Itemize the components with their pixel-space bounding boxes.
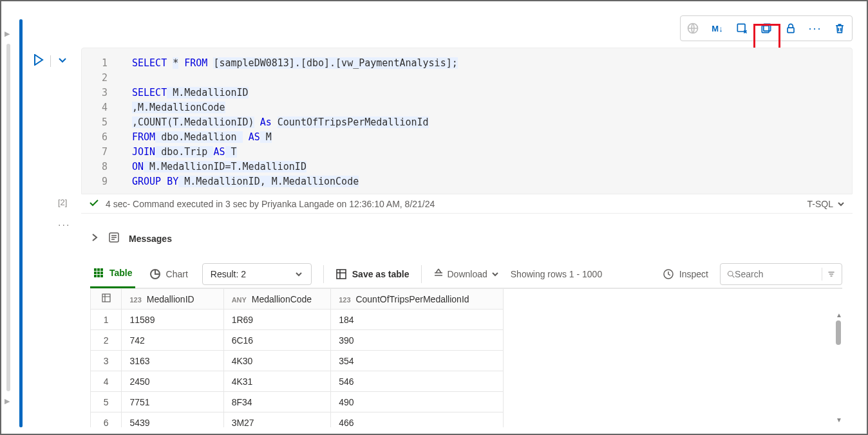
tab-table[interactable]: Table (90, 260, 135, 288)
minimap[interactable] (6, 44, 10, 391)
scroll-thumb[interactable] (836, 320, 841, 345)
language-label: T-SQL (807, 199, 833, 209)
cell[interactable]: 3M27 (223, 412, 331, 428)
cell[interactable]: 8F34 (223, 392, 331, 412)
save-as-table-label: Save as table (352, 269, 410, 279)
result-set-selector[interactable]: Result: 2 (202, 263, 312, 285)
scroll-up-icon[interactable]: ▲ (835, 311, 842, 319)
table-row[interactable]: 331634K30354 (91, 351, 504, 371)
chevron-down-icon (491, 270, 499, 278)
save-as-table-button[interactable]: Save as table (335, 268, 410, 280)
row-number: 3 (91, 351, 122, 371)
cell[interactable]: 546 (331, 371, 504, 392)
lock-button[interactable] (778, 16, 803, 41)
search-icon (727, 269, 735, 279)
code-editor[interactable]: 123456789 SELECT * FROM [sampleDW0813].[… (81, 48, 853, 194)
svg-rect-11 (100, 272, 103, 274)
run-button[interactable] (33, 54, 44, 68)
svg-rect-4 (788, 28, 794, 32)
result-set-label: Result: 2 (211, 269, 246, 279)
cell[interactable]: 4K30 (223, 351, 331, 371)
scroll-down-icon[interactable]: ▼ (835, 416, 842, 423)
run-controls (33, 54, 68, 68)
cell-toolbar: M↓ ··· (680, 15, 853, 41)
svg-rect-10 (97, 272, 100, 274)
svg-rect-16 (337, 270, 346, 279)
data-grid[interactable]: 123 MedallionID ANY MedallionCode 123 Co… (90, 288, 504, 427)
results-table: 123 MedallionID ANY MedallionCode 123 Co… (90, 288, 842, 427)
cell[interactable]: 742 (122, 330, 223, 351)
globe-icon (681, 16, 705, 41)
table-row[interactable]: 27426C16390 (91, 330, 504, 351)
table-row[interactable]: 424504K31546 (91, 371, 504, 392)
exec-message: - Command executed in 3 sec by Priyanka … (127, 199, 435, 209)
svg-rect-12 (94, 275, 97, 277)
more-options-button[interactable]: ··· (803, 16, 827, 41)
cell[interactable]: 4K31 (223, 371, 331, 392)
download-icon (433, 268, 444, 280)
inspect-button[interactable]: Inspect (663, 268, 708, 280)
svg-rect-13 (97, 275, 100, 277)
line-gutter: 123456789 (82, 56, 119, 186)
scroll-up-arrow[interactable]: ▶ (5, 30, 10, 38)
cell[interactable]: 6C16 (223, 330, 331, 351)
document-scroll-gutter: ▶ ▶ (5, 5, 13, 430)
svg-rect-9 (94, 272, 97, 274)
delete-button[interactable] (827, 16, 852, 41)
scroll-track[interactable] (836, 320, 841, 414)
success-check-icon (89, 198, 99, 210)
cell[interactable]: 2450 (122, 371, 223, 392)
search-field[interactable] (735, 269, 816, 279)
markdown-button[interactable]: M↓ (705, 16, 730, 41)
row-header-corner[interactable] (91, 289, 122, 310)
column-header[interactable]: 123 MedallionID (122, 289, 223, 310)
download-button[interactable]: Download (433, 268, 499, 280)
messages-section[interactable]: Messages (90, 232, 172, 245)
divider (421, 265, 422, 283)
svg-rect-6 (94, 268, 97, 271)
header-row: 123 MedallionID ANY MedallionCode 123 Co… (91, 289, 504, 310)
cell[interactable]: 184 (331, 310, 504, 330)
svg-point-18 (728, 271, 733, 276)
tab-chart-label: Chart (166, 269, 188, 279)
search-input[interactable] (720, 263, 842, 285)
cell[interactable]: 3163 (122, 351, 223, 371)
cell[interactable]: 390 (331, 330, 504, 351)
table-row[interactable]: 654393M27466 (91, 412, 504, 428)
status-bar: 4 sec - Command executed in 3 sec by Pri… (81, 194, 853, 214)
clear-output-button[interactable] (730, 16, 754, 41)
tab-chart[interactable]: Chart (147, 260, 191, 288)
svg-rect-19 (102, 294, 110, 302)
cell[interactable]: 5439 (122, 412, 223, 428)
cell[interactable]: 1R69 (223, 310, 331, 330)
svg-rect-14 (100, 275, 103, 277)
code-body[interactable]: SELECT * FROM [sampleDW0813].[dbo].[vw_P… (132, 56, 844, 186)
cell[interactable]: 490 (331, 392, 504, 412)
cell-more-dots[interactable]: ··· (58, 219, 70, 231)
table-row[interactable]: 577518F34490 (91, 392, 504, 412)
results-toolbar: Table Chart Result: 2 Save as table Down… (90, 260, 842, 288)
row-count-info: Showing rows 1 - 1000 (511, 269, 602, 279)
divider (50, 55, 51, 67)
vertical-scrollbar[interactable]: ▲ ▼ (835, 311, 842, 423)
cell[interactable]: 354 (331, 351, 504, 371)
cell[interactable]: 7751 (122, 392, 223, 412)
scroll-down-arrow[interactable]: ▶ (5, 397, 10, 405)
messages-doc-icon (108, 232, 120, 245)
row-number: 1 (91, 310, 122, 330)
expand-messages-icon[interactable] (90, 233, 99, 244)
active-cell-indicator (19, 19, 23, 427)
row-number: 2 (91, 330, 122, 351)
column-header[interactable]: 123 CountOfTripsPerMedallionId (331, 289, 504, 310)
run-options-dropdown[interactable] (57, 55, 68, 67)
download-label: Download (448, 269, 487, 279)
cell[interactable]: 11589 (122, 310, 223, 330)
table-row[interactable]: 1115891R69184 (91, 310, 504, 330)
filter-icon[interactable] (827, 269, 835, 279)
cell[interactable]: 466 (331, 412, 504, 428)
column-header[interactable]: ANY MedallionCode (223, 289, 331, 310)
language-selector[interactable]: T-SQL (807, 199, 845, 209)
app-inner: M↓ ··· ▶ ▶ (4, 4, 864, 431)
normal-view-button[interactable] (754, 16, 778, 41)
exec-time: 4 sec (106, 199, 127, 209)
